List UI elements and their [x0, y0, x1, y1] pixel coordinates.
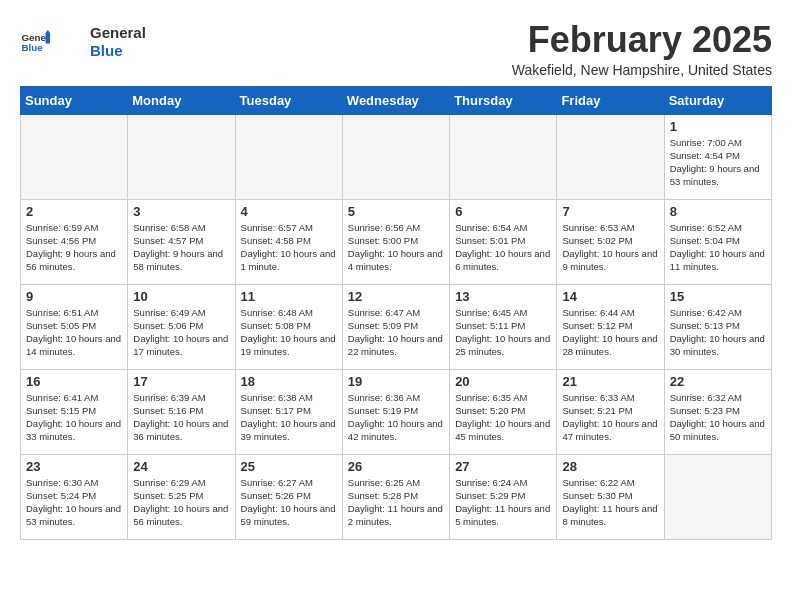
day-info: Sunrise: 7:00 AM Sunset: 4:54 PM Dayligh…	[670, 136, 766, 189]
day-info: Sunrise: 6:24 AM Sunset: 5:29 PM Dayligh…	[455, 476, 551, 529]
day-info: Sunrise: 6:41 AM Sunset: 5:15 PM Dayligh…	[26, 391, 122, 444]
col-wednesday: Wednesday	[342, 86, 449, 114]
day-number: 22	[670, 374, 766, 389]
day-info: Sunrise: 6:53 AM Sunset: 5:02 PM Dayligh…	[562, 221, 658, 274]
day-number: 6	[455, 204, 551, 219]
day-number: 27	[455, 459, 551, 474]
table-row: 6Sunrise: 6:54 AM Sunset: 5:01 PM Daylig…	[450, 199, 557, 284]
day-number: 25	[241, 459, 337, 474]
day-info: Sunrise: 6:47 AM Sunset: 5:09 PM Dayligh…	[348, 306, 444, 359]
table-row: 26Sunrise: 6:25 AM Sunset: 5:28 PM Dayli…	[342, 454, 449, 539]
page-container: General Blue General Blue February 2025 …	[0, 0, 792, 550]
day-info: Sunrise: 6:25 AM Sunset: 5:28 PM Dayligh…	[348, 476, 444, 529]
table-row	[235, 114, 342, 199]
table-row	[128, 114, 235, 199]
day-info: Sunrise: 6:39 AM Sunset: 5:16 PM Dayligh…	[133, 391, 229, 444]
table-row: 23Sunrise: 6:30 AM Sunset: 5:24 PM Dayli…	[21, 454, 128, 539]
day-number: 13	[455, 289, 551, 304]
table-row: 22Sunrise: 6:32 AM Sunset: 5:23 PM Dayli…	[664, 369, 771, 454]
day-info: Sunrise: 6:22 AM Sunset: 5:30 PM Dayligh…	[562, 476, 658, 529]
day-number: 17	[133, 374, 229, 389]
day-info: Sunrise: 6:57 AM Sunset: 4:58 PM Dayligh…	[241, 221, 337, 274]
calendar-table: Sunday Monday Tuesday Wednesday Thursday…	[20, 86, 772, 540]
table-row: 28Sunrise: 6:22 AM Sunset: 5:30 PM Dayli…	[557, 454, 664, 539]
logo-blue: Blue	[90, 42, 146, 60]
day-info: Sunrise: 6:54 AM Sunset: 5:01 PM Dayligh…	[455, 221, 551, 274]
table-row: 15Sunrise: 6:42 AM Sunset: 5:13 PM Dayli…	[664, 284, 771, 369]
day-number: 14	[562, 289, 658, 304]
table-row: 4Sunrise: 6:57 AM Sunset: 4:58 PM Daylig…	[235, 199, 342, 284]
day-info: Sunrise: 6:45 AM Sunset: 5:11 PM Dayligh…	[455, 306, 551, 359]
table-row: 27Sunrise: 6:24 AM Sunset: 5:29 PM Dayli…	[450, 454, 557, 539]
table-row: 9Sunrise: 6:51 AM Sunset: 5:05 PM Daylig…	[21, 284, 128, 369]
table-row: 25Sunrise: 6:27 AM Sunset: 5:26 PM Dayli…	[235, 454, 342, 539]
col-saturday: Saturday	[664, 86, 771, 114]
day-info: Sunrise: 6:49 AM Sunset: 5:06 PM Dayligh…	[133, 306, 229, 359]
month-title: February 2025	[512, 20, 772, 60]
day-number: 28	[562, 459, 658, 474]
table-row: 10Sunrise: 6:49 AM Sunset: 5:06 PM Dayli…	[128, 284, 235, 369]
calendar-week-row: 9Sunrise: 6:51 AM Sunset: 5:05 PM Daylig…	[21, 284, 772, 369]
day-info: Sunrise: 6:29 AM Sunset: 5:25 PM Dayligh…	[133, 476, 229, 529]
table-row: 12Sunrise: 6:47 AM Sunset: 5:09 PM Dayli…	[342, 284, 449, 369]
calendar-week-row: 23Sunrise: 6:30 AM Sunset: 5:24 PM Dayli…	[21, 454, 772, 539]
svg-marker-2	[46, 33, 51, 44]
day-info: Sunrise: 6:58 AM Sunset: 4:57 PM Dayligh…	[133, 221, 229, 274]
day-number: 15	[670, 289, 766, 304]
calendar-week-row: 2Sunrise: 6:59 AM Sunset: 4:56 PM Daylig…	[21, 199, 772, 284]
day-info: Sunrise: 6:59 AM Sunset: 4:56 PM Dayligh…	[26, 221, 122, 274]
day-info: Sunrise: 6:42 AM Sunset: 5:13 PM Dayligh…	[670, 306, 766, 359]
table-row: 17Sunrise: 6:39 AM Sunset: 5:16 PM Dayli…	[128, 369, 235, 454]
table-row: 3Sunrise: 6:58 AM Sunset: 4:57 PM Daylig…	[128, 199, 235, 284]
day-number: 18	[241, 374, 337, 389]
col-sunday: Sunday	[21, 86, 128, 114]
day-number: 21	[562, 374, 658, 389]
day-number: 11	[241, 289, 337, 304]
day-number: 20	[455, 374, 551, 389]
day-number: 23	[26, 459, 122, 474]
table-row: 20Sunrise: 6:35 AM Sunset: 5:20 PM Dayli…	[450, 369, 557, 454]
table-row: 13Sunrise: 6:45 AM Sunset: 5:11 PM Dayli…	[450, 284, 557, 369]
table-row: 2Sunrise: 6:59 AM Sunset: 4:56 PM Daylig…	[21, 199, 128, 284]
logo-icon: General Blue	[20, 27, 50, 57]
day-number: 3	[133, 204, 229, 219]
calendar-header-row: Sunday Monday Tuesday Wednesday Thursday…	[21, 86, 772, 114]
day-number: 8	[670, 204, 766, 219]
logo-general: General	[90, 24, 146, 42]
table-row: 5Sunrise: 6:56 AM Sunset: 5:00 PM Daylig…	[342, 199, 449, 284]
day-info: Sunrise: 6:38 AM Sunset: 5:17 PM Dayligh…	[241, 391, 337, 444]
day-info: Sunrise: 6:44 AM Sunset: 5:12 PM Dayligh…	[562, 306, 658, 359]
col-monday: Monday	[128, 86, 235, 114]
table-row: 16Sunrise: 6:41 AM Sunset: 5:15 PM Dayli…	[21, 369, 128, 454]
day-number: 12	[348, 289, 444, 304]
day-number: 24	[133, 459, 229, 474]
table-row: 8Sunrise: 6:52 AM Sunset: 5:04 PM Daylig…	[664, 199, 771, 284]
table-row: 14Sunrise: 6:44 AM Sunset: 5:12 PM Dayli…	[557, 284, 664, 369]
svg-text:Blue: Blue	[22, 42, 44, 53]
day-info: Sunrise: 6:36 AM Sunset: 5:19 PM Dayligh…	[348, 391, 444, 444]
day-info: Sunrise: 6:32 AM Sunset: 5:23 PM Dayligh…	[670, 391, 766, 444]
day-info: Sunrise: 6:27 AM Sunset: 5:26 PM Dayligh…	[241, 476, 337, 529]
day-number: 10	[133, 289, 229, 304]
table-row: 24Sunrise: 6:29 AM Sunset: 5:25 PM Dayli…	[128, 454, 235, 539]
day-number: 4	[241, 204, 337, 219]
table-row: 1Sunrise: 7:00 AM Sunset: 4:54 PM Daylig…	[664, 114, 771, 199]
day-number: 19	[348, 374, 444, 389]
table-row: 11Sunrise: 6:48 AM Sunset: 5:08 PM Dayli…	[235, 284, 342, 369]
day-info: Sunrise: 6:30 AM Sunset: 5:24 PM Dayligh…	[26, 476, 122, 529]
day-number: 26	[348, 459, 444, 474]
day-info: Sunrise: 6:48 AM Sunset: 5:08 PM Dayligh…	[241, 306, 337, 359]
col-thursday: Thursday	[450, 86, 557, 114]
logo: General Blue General Blue	[20, 24, 146, 60]
table-row	[21, 114, 128, 199]
table-row	[450, 114, 557, 199]
day-number: 5	[348, 204, 444, 219]
table-row	[664, 454, 771, 539]
day-info: Sunrise: 6:52 AM Sunset: 5:04 PM Dayligh…	[670, 221, 766, 274]
table-row: 19Sunrise: 6:36 AM Sunset: 5:19 PM Dayli…	[342, 369, 449, 454]
header: General Blue General Blue February 2025 …	[20, 20, 772, 78]
col-friday: Friday	[557, 86, 664, 114]
day-info: Sunrise: 6:51 AM Sunset: 5:05 PM Dayligh…	[26, 306, 122, 359]
table-row	[342, 114, 449, 199]
location: Wakefield, New Hampshire, United States	[512, 62, 772, 78]
